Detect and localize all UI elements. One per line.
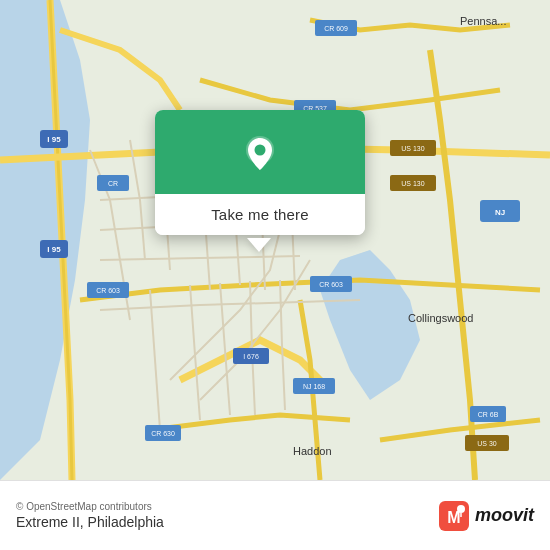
moovit-brand-icon: M bbox=[439, 501, 469, 531]
popup-green-area bbox=[155, 110, 365, 194]
svg-text:NJ 168: NJ 168 bbox=[303, 383, 325, 390]
svg-text:I 95: I 95 bbox=[47, 135, 61, 144]
place-name: Extreme II, Philadelphia bbox=[16, 514, 164, 530]
copyright-text: © OpenStreetMap contributors bbox=[16, 501, 164, 512]
svg-text:US 130: US 130 bbox=[401, 145, 424, 152]
location-info: © OpenStreetMap contributors Extreme II,… bbox=[16, 501, 164, 530]
svg-text:CR: CR bbox=[108, 180, 118, 187]
svg-text:CR 6B: CR 6B bbox=[478, 411, 499, 418]
svg-text:Haddon: Haddon bbox=[293, 445, 332, 457]
svg-text:I 676: I 676 bbox=[243, 353, 259, 360]
svg-text:CR 630: CR 630 bbox=[151, 430, 175, 437]
svg-text:NJ: NJ bbox=[495, 208, 505, 217]
take-me-there-button[interactable]: Take me there bbox=[155, 194, 365, 235]
map-container: NJ I 95 I 95 CR CR 537 US 13 bbox=[0, 0, 550, 480]
svg-text:CR 609: CR 609 bbox=[324, 25, 348, 32]
svg-text:CR 603: CR 603 bbox=[96, 287, 120, 294]
svg-point-38 bbox=[255, 145, 266, 156]
popup-arrow bbox=[247, 238, 271, 252]
svg-text:Collingswood: Collingswood bbox=[408, 312, 473, 324]
svg-text:US 130: US 130 bbox=[401, 180, 424, 187]
popup-card: Take me there bbox=[155, 110, 365, 235]
moovit-text: moovit bbox=[475, 505, 534, 526]
svg-text:CR 603: CR 603 bbox=[319, 281, 343, 288]
bottom-bar: © OpenStreetMap contributors Extreme II,… bbox=[0, 480, 550, 550]
svg-point-41 bbox=[457, 505, 465, 513]
svg-text:I 95: I 95 bbox=[47, 245, 61, 254]
svg-text:Pennsa...: Pennsa... bbox=[460, 15, 506, 27]
location-pin-icon bbox=[238, 132, 282, 176]
moovit-logo[interactable]: M moovit bbox=[439, 501, 534, 531]
svg-text:US 30: US 30 bbox=[477, 440, 497, 447]
